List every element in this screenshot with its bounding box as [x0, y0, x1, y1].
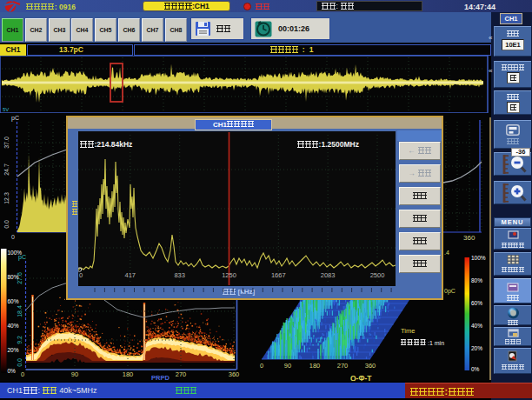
svg-text:2500: 2500 — [370, 271, 385, 279]
svg-text:100%: 100% — [471, 255, 486, 261]
svg-text:9.2: 9.2 — [17, 336, 23, 344]
svg-text:40%: 40% — [471, 323, 482, 329]
svg-text:20%: 20% — [471, 345, 482, 351]
svg-text:0pC: 0pC — [444, 288, 456, 295]
svg-text:417: 417 — [125, 271, 136, 279]
svg-text:60%: 60% — [471, 300, 482, 306]
svg-text:0%: 0% — [471, 366, 480, 372]
svg-text:20%: 20% — [8, 347, 19, 353]
svg-text:180: 180 — [309, 362, 321, 370]
svg-text:0: 0 — [79, 271, 83, 279]
svg-text:1250: 1250 — [222, 271, 236, 279]
svg-text:270: 270 — [176, 370, 187, 378]
svg-text:24.7: 24.7 — [3, 163, 10, 176]
svg-text:PRPD: PRPD — [151, 374, 170, 381]
svg-text:40%: 40% — [8, 323, 19, 329]
svg-text:12.3: 12.3 — [3, 192, 10, 204]
svg-text:0: 0 — [260, 362, 263, 370]
svg-text:0: 0 — [11, 234, 15, 240]
svg-text:5V: 5V — [3, 107, 9, 112]
svg-text:100%: 100% — [8, 250, 23, 256]
svg-text::1 min: :1 min — [428, 340, 444, 346]
svg-text:0.0: 0.0 — [17, 358, 23, 367]
svg-text:833: 833 — [174, 271, 185, 279]
svg-text:360: 360 — [463, 234, 475, 242]
svg-text:0: 0 — [21, 370, 24, 378]
svg-text:270: 270 — [337, 362, 349, 370]
svg-text:2083: 2083 — [321, 271, 336, 279]
svg-text:80%: 80% — [471, 277, 482, 283]
svg-text:0.0: 0.0 — [3, 220, 10, 229]
svg-text:90: 90 — [71, 370, 78, 378]
svg-text:Q-Φ-T: Q-Φ-T — [350, 374, 372, 381]
svg-text:60%: 60% — [8, 298, 19, 304]
svg-text:80%: 80% — [8, 274, 19, 280]
svg-text:180: 180 — [123, 370, 134, 378]
svg-text:90: 90 — [284, 362, 291, 370]
svg-text:1667: 1667 — [271, 271, 286, 279]
svg-text:37.0: 37.0 — [3, 137, 10, 149]
svg-text:.4: .4 — [444, 250, 449, 256]
svg-text:pC: pC — [11, 115, 19, 122]
svg-text:360: 360 — [365, 362, 376, 370]
svg-text:Time: Time — [401, 327, 415, 335]
svg-text:360: 360 — [229, 370, 240, 378]
svg-text:18.4: 18.4 — [17, 305, 23, 317]
svg-text:0%: 0% — [8, 368, 17, 374]
